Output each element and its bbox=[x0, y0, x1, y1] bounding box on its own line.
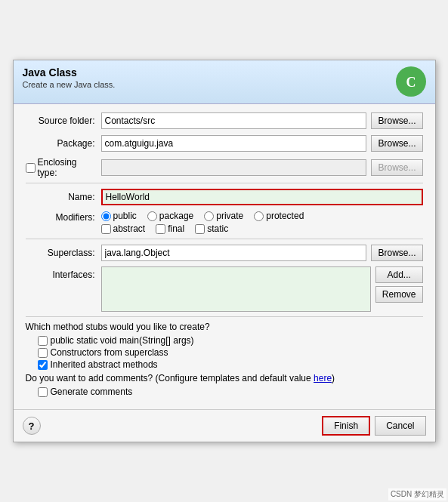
interfaces-buttons: Add... Remove bbox=[375, 266, 423, 312]
source-folder-control: Browse... bbox=[101, 112, 423, 129]
superclass-control: Browse... bbox=[101, 245, 423, 261]
watermark: CSDN 梦幻精灵 bbox=[388, 488, 446, 500]
modifiers-section: Modifiers: public package private bbox=[26, 211, 423, 234]
modifier-public-radio[interactable] bbox=[101, 211, 111, 221]
package-label: Package: bbox=[26, 138, 101, 149]
source-folder-input[interactable] bbox=[101, 112, 367, 129]
interfaces-section: Interfaces: Add... Remove bbox=[26, 266, 423, 312]
modifier-package-radio[interactable] bbox=[147, 211, 157, 221]
modifier-package-label: package bbox=[159, 211, 193, 221]
modifier-protected-label: protected bbox=[266, 211, 304, 221]
modifier-public-label: public bbox=[113, 211, 137, 221]
stub-constructors-label: Constructors from superclass bbox=[51, 347, 168, 358]
modifier-protected-radio[interactable] bbox=[254, 211, 264, 221]
comments-question-prefix: Do you want to add comments? (Configure … bbox=[26, 373, 314, 383]
comments-here-link[interactable]: here bbox=[314, 373, 332, 383]
java-icon: C bbox=[396, 66, 426, 99]
superclass-row: Superclass: Browse... bbox=[26, 244, 423, 262]
dialog-header-text: Java Class Create a new Java class. bbox=[23, 66, 396, 89]
svg-text:C: C bbox=[406, 75, 416, 90]
stub-main-checkbox[interactable] bbox=[38, 336, 48, 346]
stub-item-inherited: Inherited abstract methods bbox=[38, 359, 423, 370]
stub-item-constructors: Constructors from superclass bbox=[38, 347, 423, 358]
help-button[interactable]: ? bbox=[23, 417, 41, 435]
modifier-abstract-checkbox[interactable] bbox=[101, 224, 111, 234]
stub-item-main: public static void main(String[] args) bbox=[38, 335, 423, 346]
source-folder-browse-button[interactable]: Browse... bbox=[371, 112, 422, 129]
package-browse-button[interactable]: Browse... bbox=[371, 135, 422, 152]
stub-constructors-checkbox[interactable] bbox=[38, 348, 48, 358]
name-input[interactable] bbox=[101, 189, 423, 205]
enclosing-type-input[interactable] bbox=[101, 159, 367, 176]
divider-2 bbox=[26, 239, 423, 239]
package-row: Package: Browse... bbox=[26, 134, 423, 152]
enclosing-type-browse-button[interactable]: Browse... bbox=[371, 159, 422, 176]
modifier-final-label: final bbox=[168, 223, 184, 234]
modifier-package[interactable]: package bbox=[147, 211, 193, 221]
modifier-final[interactable]: final bbox=[156, 223, 184, 234]
comments-question: Do you want to add comments? (Configure … bbox=[26, 373, 423, 383]
dialog-subtitle: Create a new Java class. bbox=[23, 80, 396, 89]
name-control bbox=[101, 189, 423, 205]
modifier-static-checkbox[interactable] bbox=[195, 224, 205, 234]
stubs-checkboxes: public static void main(String[] args) C… bbox=[38, 335, 423, 370]
enclosing-type-row: Enclosing type: Browse... bbox=[26, 157, 423, 178]
enclosing-type-label: Enclosing type: bbox=[38, 157, 95, 178]
modifier-abstract-label: abstract bbox=[113, 223, 146, 234]
modifier-private-label: private bbox=[216, 211, 243, 221]
superclass-input[interactable] bbox=[101, 245, 367, 261]
finish-button[interactable]: Finish bbox=[322, 416, 370, 436]
modifiers-content: public package private protected bbox=[101, 211, 423, 234]
stubs-question: Which method stubs would you like to cre… bbox=[26, 322, 423, 332]
stub-main-label: public static void main(String[] args) bbox=[51, 335, 194, 346]
dialog-body: Source folder: Browse... Package: Browse… bbox=[14, 104, 435, 409]
divider-3 bbox=[26, 316, 423, 317]
footer-left: ? bbox=[23, 417, 41, 435]
package-input[interactable] bbox=[101, 135, 367, 152]
modifier-private[interactable]: private bbox=[204, 211, 243, 221]
modifiers-extra-row: abstract final static bbox=[101, 223, 423, 234]
generate-comments-checkbox[interactable] bbox=[38, 387, 48, 397]
interfaces-input[interactable] bbox=[101, 266, 371, 312]
modifier-private-radio[interactable] bbox=[204, 211, 214, 221]
cancel-button[interactable]: Cancel bbox=[375, 416, 425, 436]
enclosing-type-label-container: Enclosing type: bbox=[26, 157, 101, 178]
superclass-browse-button[interactable]: Browse... bbox=[371, 245, 422, 261]
modifier-public[interactable]: public bbox=[101, 211, 137, 221]
generate-comment-row: Generate comments bbox=[38, 387, 423, 397]
source-folder-label: Source folder: bbox=[26, 115, 101, 126]
java-class-dialog: Java Class Create a new Java class. C So… bbox=[13, 60, 436, 442]
modifier-abstract[interactable]: abstract bbox=[101, 223, 146, 234]
package-control: Browse... bbox=[101, 135, 423, 152]
enclosing-type-control: Browse... bbox=[101, 159, 423, 176]
dialog-header: Java Class Create a new Java class. C bbox=[14, 60, 435, 104]
stub-inherited-checkbox[interactable] bbox=[38, 360, 48, 370]
modifiers-label: Modifiers: bbox=[26, 211, 101, 223]
generate-comments-label: Generate comments bbox=[51, 387, 133, 397]
modifiers-radio-row: public package private protected bbox=[101, 211, 423, 221]
stub-inherited-label: Inherited abstract methods bbox=[51, 359, 158, 370]
comments-section: Do you want to add comments? (Configure … bbox=[26, 373, 423, 397]
comments-question-suffix: ) bbox=[332, 373, 335, 383]
modifier-static[interactable]: static bbox=[195, 223, 228, 234]
name-label: Name: bbox=[26, 192, 101, 202]
enclosing-type-checkbox[interactable] bbox=[26, 163, 36, 173]
interfaces-label: Interfaces: bbox=[26, 266, 101, 280]
source-folder-row: Source folder: Browse... bbox=[26, 112, 423, 130]
name-row: Name: bbox=[26, 188, 423, 206]
modifier-static-label: static bbox=[207, 223, 228, 234]
dialog-footer: ? Finish Cancel bbox=[14, 409, 435, 442]
modifier-final-checkbox[interactable] bbox=[156, 224, 165, 234]
modifier-protected[interactable]: protected bbox=[254, 211, 304, 221]
interfaces-add-button[interactable]: Add... bbox=[375, 266, 423, 283]
interfaces-box-container: Add... Remove bbox=[101, 266, 423, 312]
dialog-title: Java Class bbox=[23, 66, 396, 79]
interfaces-remove-button[interactable]: Remove bbox=[375, 286, 423, 303]
footer-right: Finish Cancel bbox=[322, 416, 425, 436]
divider-1 bbox=[26, 183, 423, 183]
superclass-label: Superclass: bbox=[26, 248, 101, 258]
